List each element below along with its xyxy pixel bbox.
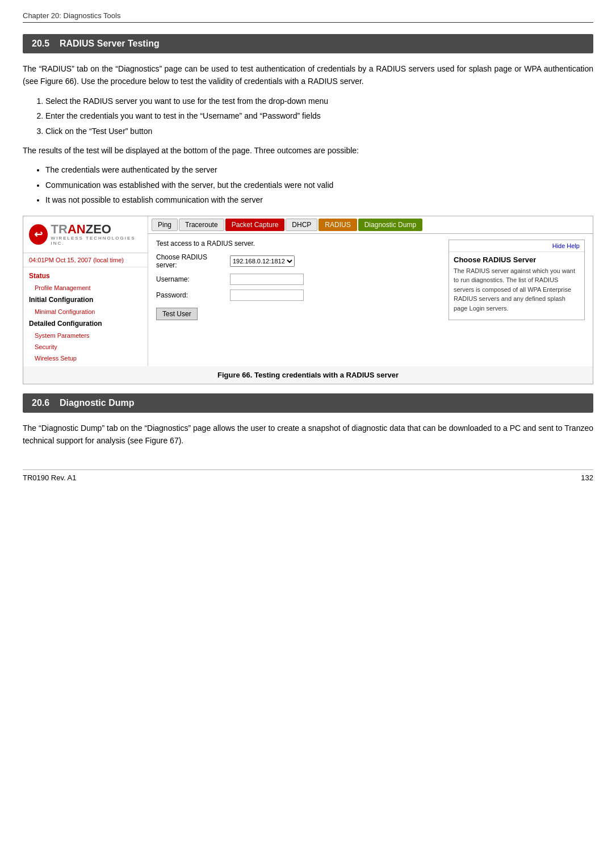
chapter-title: Chapter 20: Diagnostics Tools	[23, 11, 120, 20]
password-input[interactable]	[230, 290, 304, 301]
tab-ping[interactable]: Ping	[152, 219, 178, 231]
footer-left: TR0190 Rev. A1	[23, 473, 76, 482]
bullet-1: The credentials were authenticated by th…	[45, 163, 593, 176]
nav-security[interactable]: Security	[23, 341, 148, 353]
help-box-body: The RADIUS server against which you want…	[449, 266, 584, 318]
logo-tagline: WIRELESS TECHNOLOGIES INC.	[51, 236, 142, 246]
step-2: Enter the credentials you want to test i…	[45, 110, 593, 122]
form-desc: Test access to a RADIUS server.	[156, 240, 442, 248]
help-box-header: Hide Help	[449, 240, 584, 252]
tab-diagnostic-dump[interactable]: Diagnostic Dump	[358, 219, 422, 231]
username-label: Username:	[156, 275, 230, 283]
figure-main-content: Ping Traceroute Packet Capture DHCP RADI…	[148, 216, 593, 366]
help-box-title: Choose RADIUS Server	[449, 252, 584, 266]
figure-66-caption: Figure 66. Testing credentials with a RA…	[23, 366, 593, 384]
footer-right: 132	[581, 473, 593, 482]
test-user-button[interactable]: Test User	[156, 308, 198, 320]
choose-server-select[interactable]: 192.168.0.12:1812	[230, 255, 295, 267]
section-205-header: 20.5 RADIUS Server Testing	[23, 34, 593, 53]
step-1: Select the RADIUS server you want to use…	[45, 95, 593, 107]
sidebar-time: 04:01PM Oct 15, 2007 (local time)	[23, 253, 148, 267]
nav-system-params[interactable]: System Parameters	[23, 330, 148, 341]
bullet-3: It was not possible to establish communi…	[45, 194, 593, 206]
content-area: Test access to a RADIUS server. Choose R…	[148, 234, 593, 326]
page-footer: TR0190 Rev. A1 132	[23, 469, 593, 482]
nav-status[interactable]: Status	[23, 270, 148, 282]
section-206-number: 20.6	[32, 398, 49, 408]
help-box: Hide Help Choose RADIUS Server The RADIU…	[449, 240, 585, 320]
username-row: Username:	[156, 274, 442, 285]
nav-initial-config[interactable]: Initial Configuration	[23, 293, 148, 306]
tab-packet-capture[interactable]: Packet Capture	[225, 219, 285, 231]
password-row: Password:	[156, 290, 442, 301]
tab-radius[interactable]: RADIUS	[319, 219, 357, 231]
figure-66: ↩ TRANZEO WIRELESS TECHNOLOGIES INC. 04:…	[23, 216, 593, 384]
tab-dhcp[interactable]: DHCP	[286, 219, 317, 231]
section-206-title: Diagnostic Dump	[60, 398, 135, 408]
sidebar-logo: ↩ TRANZEO WIRELESS TECHNOLOGIES INC.	[23, 216, 148, 253]
radius-form: Test access to a RADIUS server. Choose R…	[156, 240, 442, 320]
choose-server-row: Choose RADIUS server: 192.168.0.12:1812	[156, 253, 442, 269]
section-205-steps: Select the RADIUS server you want to use…	[45, 95, 593, 137]
step-3: Click on the “Test User” button	[45, 125, 593, 137]
nav-detailed-config[interactable]: Detailed Configuration	[23, 317, 148, 330]
sidebar-nav: Status Profile Management Initial Config…	[23, 267, 148, 366]
section-205-number: 20.5	[32, 39, 49, 48]
figure-sidebar: ↩ TRANZEO WIRELESS TECHNOLOGIES INC. 04:…	[23, 216, 148, 366]
section-206-intro: The “Diagnostic Dump” tab on the “Diagno…	[23, 422, 593, 447]
password-label: Password:	[156, 291, 230, 299]
section-205-title: RADIUS Server Testing	[60, 39, 160, 48]
bullet-2: Communication was established with the s…	[45, 179, 593, 191]
section-205-intro: The “RADIUS” tab on the “Diagnostics” pa…	[23, 62, 593, 88]
nav-profile[interactable]: Profile Management	[23, 282, 148, 293]
logo-name: TRANZEO	[51, 223, 142, 236]
chapter-header: Chapter 20: Diagnostics Tools	[23, 11, 593, 23]
choose-server-label: Choose RADIUS server:	[156, 253, 230, 269]
section-206-header: 20.6 Diagnostic Dump	[23, 393, 593, 413]
results-list: The credentials were authenticated by th…	[45, 163, 593, 206]
hide-help-link[interactable]: Hide Help	[552, 242, 580, 249]
logo-icon: ↩	[29, 224, 48, 245]
username-input[interactable]	[230, 274, 304, 285]
nav-minimal-config[interactable]: Minimal Configuration	[23, 306, 148, 317]
tab-traceroute[interactable]: Traceroute	[179, 219, 224, 231]
nav-wireless-setup[interactable]: Wireless Setup	[23, 353, 148, 364]
results-intro: The results of the test will be displaye…	[23, 144, 593, 157]
tab-bar: Ping Traceroute Packet Capture DHCP RADI…	[148, 216, 593, 234]
